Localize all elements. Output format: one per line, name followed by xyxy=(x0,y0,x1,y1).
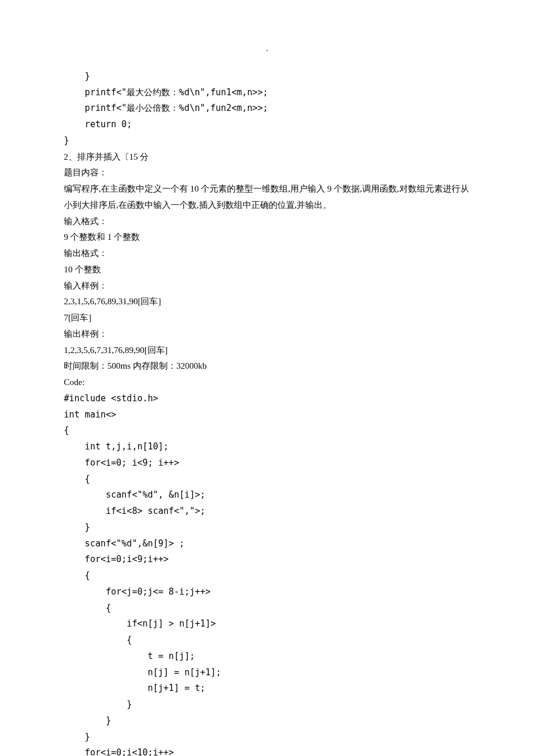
section-content-label: 题目内容： xyxy=(64,165,470,181)
problem-title: 2、排序并插入〔15 分 xyxy=(64,149,470,165)
section-content-body: 编写程序,在主函数中定义一个有 10 个元素的整型一维数组,用户输入 9 个数据… xyxy=(64,181,470,214)
limits-line: 时间限制：500ms 内存限制：32000kb xyxy=(64,358,470,375)
code-fragment-1: } printf<"最大公约数：%d\n",fun1<m,n>>; printf… xyxy=(64,69,470,149)
output-sample-line1: 1,2,3,5,6,7,31,76,89,90[回车] xyxy=(64,343,470,359)
output-sample-label: 输出样例： xyxy=(64,326,470,343)
code-label: Code: xyxy=(64,375,470,391)
input-sample-line2: 7[回车] xyxy=(64,310,470,326)
input-format-body: 9 个整数和 1 个整数 xyxy=(64,229,470,246)
header-dot: . xyxy=(64,41,470,57)
output-format-body: 10 个整数 xyxy=(64,262,470,278)
document-page: . } printf<"最大公约数：%d\n",fun1<m,n>>; prin… xyxy=(0,0,534,756)
code-fragment-2: #include <stdio.h> int main<> { int t,j,… xyxy=(64,391,470,756)
input-format-label: 输入格式： xyxy=(64,214,470,230)
input-sample-label: 输入样例： xyxy=(64,278,470,294)
input-sample-line1: 2,3,1,5,6,76,89,31,90[回车] xyxy=(64,294,470,310)
output-format-label: 输出格式： xyxy=(64,246,470,262)
